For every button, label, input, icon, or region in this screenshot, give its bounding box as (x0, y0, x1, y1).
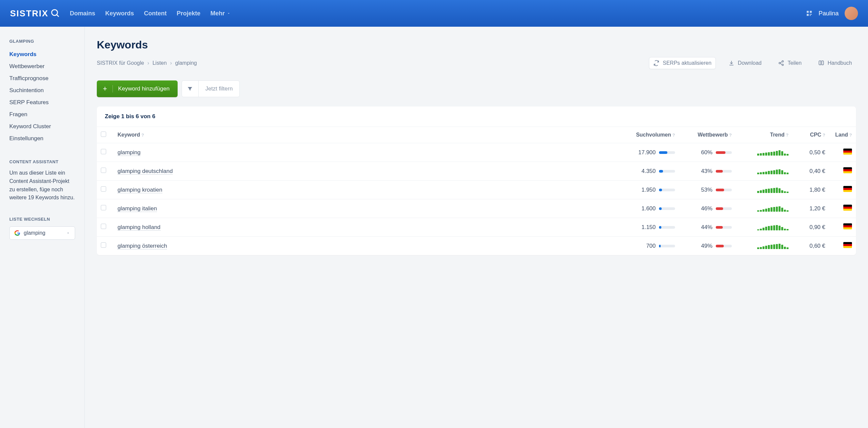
keyword-link[interactable]: glamping (118, 149, 141, 156)
sidebar-item-settings[interactable]: Einstellungen (9, 132, 75, 145)
flag-germany-icon (843, 242, 852, 248)
refresh-icon (653, 60, 659, 66)
row-checkbox[interactable] (101, 167, 106, 173)
help-icon[interactable]: ? (823, 132, 825, 137)
svg-rect-2 (807, 11, 809, 13)
filter-now-button[interactable]: Jetzt filtern (199, 86, 239, 92)
sidebar-item-questions[interactable]: Fragen (9, 109, 75, 121)
cpc-cell: 0,40 € (793, 162, 829, 181)
flag-germany-icon (843, 149, 852, 155)
list-selector[interactable]: glamping (9, 226, 75, 240)
breadcrumb-sep: › (147, 60, 149, 66)
breadcrumb-lists[interactable]: Listen (153, 60, 167, 66)
help-icon[interactable]: ? (672, 132, 675, 137)
main-content: Keywords SISTRIX für Google › Listen › g… (85, 27, 868, 428)
filter-group: Jetzt filtern (182, 81, 240, 97)
filter-icon-button[interactable] (182, 81, 199, 97)
top-header: SISTRIX Domains Keywords Content Projekt… (0, 0, 868, 27)
sidebar-item-intent[interactable]: Suchintention (9, 85, 75, 96)
table-row: glamping holland1.15044%0,90 € (97, 218, 856, 237)
trend-sparkline (740, 150, 788, 156)
sidebar-item-competitors[interactable]: Wettbewerber (9, 60, 75, 72)
help-icon[interactable]: ? (729, 132, 732, 137)
competition-cell: 46% (679, 199, 736, 218)
row-checkbox[interactable] (101, 224, 106, 229)
keyword-link[interactable]: glamping italien (118, 205, 157, 212)
refresh-serps-button[interactable]: SERPs aktualisieren (649, 57, 716, 69)
row-checkbox[interactable] (101, 205, 106, 210)
keyword-link[interactable]: glamping deutschland (118, 168, 173, 175)
download-icon (728, 60, 735, 66)
assistant-text: Um aus dieser Liste ein Content Assistan… (9, 169, 75, 202)
brand-logo[interactable]: SISTRIX (10, 8, 60, 19)
trend-cell (736, 218, 793, 237)
col-volume: Suchvolumen? (626, 127, 679, 143)
sidebar-item-traffic[interactable]: Trafficprognose (9, 72, 75, 85)
download-button[interactable]: Download (724, 57, 766, 69)
trend-cell (736, 237, 793, 255)
svg-point-10 (782, 64, 783, 66)
apps-icon[interactable] (806, 10, 813, 17)
share-icon (778, 60, 784, 66)
col-trend: Trend? (736, 127, 793, 143)
add-keyword-button[interactable]: + Keyword hinzufügen (97, 81, 178, 97)
flag-germany-icon (843, 205, 852, 211)
nav-content[interactable]: Content (144, 10, 166, 17)
cpc-cell: 1,20 € (793, 199, 829, 218)
keyword-link[interactable]: glamping österreich (118, 243, 167, 249)
main-nav: Domains Keywords Content Projekte Mehr (70, 10, 806, 17)
trend-cell (736, 181, 793, 199)
list-name: glamping (24, 230, 63, 236)
help-icon[interactable]: ? (142, 132, 144, 137)
handbook-button[interactable]: Handbuch (814, 57, 856, 69)
sidebar-item-serp[interactable]: SERP Features (9, 96, 75, 109)
help-icon[interactable]: ? (849, 132, 852, 137)
username[interactable]: Paulina (818, 10, 839, 17)
svg-rect-7 (810, 15, 811, 16)
page-title: Keywords (97, 39, 856, 51)
sidebar-item-cluster[interactable]: Keyword Cluster (9, 121, 75, 132)
trend-sparkline (740, 168, 788, 174)
row-checkbox[interactable] (101, 242, 106, 248)
table-row: glamping deutschland4.35043%0,40 € (97, 162, 856, 181)
competition-cell: 49% (679, 237, 736, 255)
sidebar-title: GLAMPING (9, 39, 75, 44)
breadcrumb-root[interactable]: SISTRIX für Google (97, 60, 144, 66)
flag-germany-icon (843, 223, 852, 230)
cpc-cell: 0,50 € (793, 143, 829, 162)
nav-domains[interactable]: Domains (70, 10, 95, 17)
cpc-cell: 0,90 € (793, 218, 829, 237)
cpc-cell: 0,60 € (793, 237, 829, 255)
user-avatar[interactable] (845, 7, 858, 20)
nav-more[interactable]: Mehr (210, 10, 231, 17)
breadcrumb-current[interactable]: glamping (175, 60, 197, 66)
nav-projects[interactable]: Projekte (177, 10, 200, 17)
volume-cell: 1.600 (626, 199, 679, 218)
user-area: Paulina (806, 7, 858, 20)
nav-keywords[interactable]: Keywords (105, 10, 134, 17)
chevron-down-icon (227, 11, 231, 16)
trend-cell (736, 162, 793, 181)
trend-cell (736, 199, 793, 218)
keyword-link[interactable]: glamping kroatien (118, 187, 162, 193)
competition-cell: 43% (679, 162, 736, 181)
sidebar-nav: Keywords Wettbewerber Trafficprognose Su… (9, 49, 75, 145)
sidebar-item-keywords[interactable]: Keywords (9, 49, 75, 60)
share-button[interactable]: Teilen (774, 57, 806, 69)
toolbar: + Keyword hinzufügen Jetzt filtern (97, 81, 856, 97)
competition-cell: 60% (679, 143, 736, 162)
row-checkbox[interactable] (101, 186, 106, 192)
svg-point-8 (782, 61, 783, 62)
keyword-link[interactable]: glamping holland (118, 224, 161, 231)
trend-sparkline (740, 243, 788, 249)
cpc-cell: 1,80 € (793, 181, 829, 199)
row-checkbox[interactable] (101, 149, 106, 154)
table-row: glamping17.90060%0,50 € (97, 143, 856, 162)
keywords-table: Keyword? Suchvolumen? Wettbewerb? Trend?… (97, 126, 856, 255)
select-all-checkbox[interactable] (101, 131, 106, 137)
volume-cell: 1.950 (626, 181, 679, 199)
volume-cell: 4.350 (626, 162, 679, 181)
breadcrumb-sep: › (170, 60, 172, 66)
svg-point-9 (779, 62, 780, 64)
help-icon[interactable]: ? (786, 132, 788, 137)
